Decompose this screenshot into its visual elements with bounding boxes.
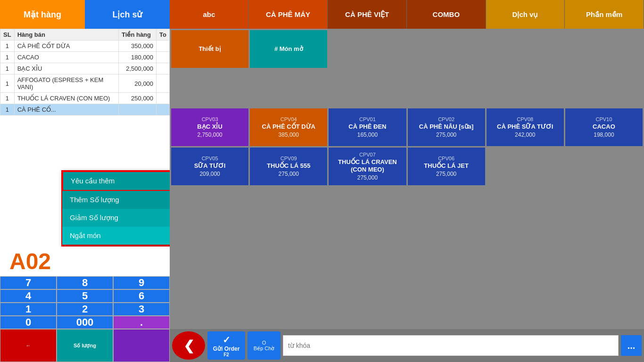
- empty-cell: [408, 265, 485, 303]
- empty-cell: [408, 30, 485, 68]
- product-mon-mo[interactable]: # Món mở: [250, 30, 327, 68]
- col-header-tien: Tiền hàng: [119, 29, 157, 41]
- bottom-bar: ❮ ✓ Gửi Order F2 O Bếp Chờ ...: [170, 329, 644, 362]
- product-cell-10: [487, 148, 564, 185]
- table-row[interactable]: 1 THUỐC LÁ CRAVEN (CON MEO) 250,000: [0, 93, 170, 104]
- row-to: [157, 93, 170, 104]
- right-tab-4[interactable]: Dịch vụ: [486, 0, 565, 29]
- numpad-key-7[interactable]: 7: [0, 276, 57, 289]
- empty-cell: [171, 226, 248, 263]
- table-row[interactable]: 1 CÀ PHÊ CỐ...: [0, 104, 170, 115]
- context-menu: Yêu cầu thêmThêm Số lượngGiảm Số lượngNg…: [61, 170, 170, 247]
- numpad-key-000[interactable]: 000: [57, 316, 113, 329]
- table-label: A02: [5, 247, 56, 276]
- row-to: [157, 74, 170, 93]
- empty-cell: [329, 187, 406, 224]
- product-cell-9[interactable]: CPV06 THUỐC LÁ JET 275,000: [408, 148, 485, 185]
- row-tien: 350,000: [119, 41, 157, 52]
- empty-cell: [487, 30, 564, 68]
- right-tab-3[interactable]: COMBO: [407, 0, 486, 29]
- product-cell-8[interactable]: CPV07 THUỐC LÁ CRAVEN (CON MEO) 275,000: [329, 148, 406, 185]
- empty-cell: [250, 187, 327, 224]
- table-row[interactable]: 1 CACAO 180,000: [0, 52, 170, 63]
- numpad-key-6[interactable]: 6: [113, 289, 170, 303]
- context-menu-item-1[interactable]: Thêm Số lượng: [62, 191, 170, 209]
- row-to: [157, 52, 170, 63]
- empty-cell: [250, 69, 327, 107]
- col-header-sl: SL: [0, 29, 15, 41]
- numpad-key-5[interactable]: 5: [57, 289, 113, 303]
- row-sl: 1: [0, 52, 15, 63]
- product-cell-0[interactable]: CPV03 BẠC XỈU 2,750,000: [171, 108, 248, 146]
- product-cell-1[interactable]: CPV04 CÀ PHÊ CỐT DỪA 385,000: [250, 108, 327, 146]
- product-grid: Thiết bị# Món mở CPV03 BẠC XỈU 2,750,000…: [170, 29, 644, 329]
- numpad-key-2[interactable]: 2: [57, 303, 113, 316]
- search-input[interactable]: [283, 335, 619, 356]
- left-header: Mặt hàng Lịch sử: [0, 0, 170, 29]
- row-tien: 20,000: [119, 74, 157, 93]
- numpad-key-0[interactable]: 0: [0, 316, 57, 329]
- row-tien: 2,500,000: [119, 63, 157, 74]
- row-to: [157, 104, 170, 115]
- action-row: ← Số lượng: [0, 329, 170, 362]
- context-menu-item-3[interactable]: Ngắt món: [62, 227, 170, 245]
- context-menu-item-0[interactable]: Yêu cầu thêm: [62, 171, 170, 191]
- right-tab-2[interactable]: CÀ PHÊ VIỆT: [328, 0, 407, 29]
- empty-cell: [329, 69, 406, 107]
- row-sl: 1: [0, 74, 15, 93]
- product-thiet-bi[interactable]: Thiết bị: [171, 30, 248, 68]
- product-cell-7[interactable]: CPV09 THUỐC LÁ 555 275,000: [250, 148, 327, 185]
- numpad-key-4[interactable]: 4: [0, 289, 57, 303]
- numpad-key-3[interactable]: 3: [113, 303, 170, 316]
- empty-cell: [250, 226, 327, 263]
- row-hang: AFFOGATO (ESPRESS + KEM VANI): [14, 74, 118, 93]
- action-btn-1[interactable]: ←: [0, 329, 57, 362]
- action-btn-2[interactable]: Số lượng: [57, 329, 113, 362]
- product-cell-5[interactable]: CPV10 CACAO 198,000: [565, 108, 643, 146]
- lich-su-tab[interactable]: Lịch sử: [85, 0, 170, 29]
- product-cell-3[interactable]: CPV02 CÀ PHÊ NÂU [sữa] 275,000: [408, 108, 485, 146]
- row-sl: 1: [0, 63, 15, 74]
- right-tabs: abcCÀ PHÊ MÁYCÀ PHÊ VIỆTCOMBODịch vụPhần…: [170, 0, 644, 29]
- empty-cell: [565, 30, 643, 68]
- empty-cell: [250, 265, 327, 303]
- send-order-button[interactable]: ✓ Gửi Order F2: [207, 331, 245, 360]
- table-row[interactable]: 1 BẠC XỈU 2,500,000: [0, 63, 170, 74]
- empty-cell: [329, 226, 406, 263]
- right-tab-1[interactable]: CÀ PHÊ MÁY: [249, 0, 328, 29]
- empty-cell: [487, 265, 564, 303]
- empty-cell: [487, 69, 564, 107]
- product-cell-6[interactable]: CPV05 SỮA TƯƠI 209,000: [171, 148, 248, 185]
- numpad-key-8[interactable]: 8: [57, 276, 113, 289]
- row-hang: THUỐC LÁ CRAVEN (CON MEO): [14, 93, 118, 104]
- numpad-key-.[interactable]: .: [113, 316, 170, 329]
- numpad-key-9[interactable]: 9: [113, 276, 170, 289]
- right-tab-0[interactable]: abc: [170, 0, 249, 29]
- empty-cell: [171, 69, 248, 107]
- col-header-hang: Hàng bán: [14, 29, 118, 41]
- row-hang: CACAO: [14, 52, 118, 63]
- row-sl: 1: [0, 93, 15, 104]
- row-tien: 250,000: [119, 93, 157, 104]
- action-btn-3[interactable]: [113, 329, 170, 362]
- context-menu-item-4[interactable]: Xóa: [62, 245, 170, 247]
- product-cell-2[interactable]: CPV01 CÀ PHÊ ĐEN 165,000: [329, 108, 406, 146]
- col-header-to: To: [157, 29, 170, 41]
- empty-cell: [408, 69, 485, 107]
- more-button[interactable]: ...: [621, 335, 642, 356]
- table-row[interactable]: 1 CÀ PHÊ CỐT DỪA 350,000: [0, 41, 170, 52]
- numpad-key-1[interactable]: 1: [0, 303, 57, 316]
- context-menu-item-2[interactable]: Giảm Số lượng: [62, 209, 170, 227]
- right-tab-5[interactable]: Phần mềm: [565, 0, 644, 29]
- empty-cell: [329, 265, 406, 303]
- back-button[interactable]: ❮: [172, 331, 205, 360]
- order-table-container: SL Hàng bán Tiền hàng To 1 CÀ PHÊ CỐT DỪ…: [0, 29, 170, 247]
- table-row[interactable]: 1 AFFOGATO (ESPRESS + KEM VANI) 20,000: [0, 74, 170, 93]
- empty-cell: [408, 187, 485, 224]
- mat-hang-tab[interactable]: Mặt hàng: [0, 0, 85, 29]
- row-hang: CÀ PHÊ CỐT DỪA: [14, 41, 118, 52]
- product-cell-4[interactable]: CPV08 CÀ PHÊ SỮA TƯƠI 242,000: [487, 108, 564, 146]
- row-hang: CÀ PHÊ CỐ...: [14, 104, 118, 115]
- row-to: [157, 41, 170, 52]
- kitchen-button[interactable]: O Bếp Chờ: [248, 331, 281, 360]
